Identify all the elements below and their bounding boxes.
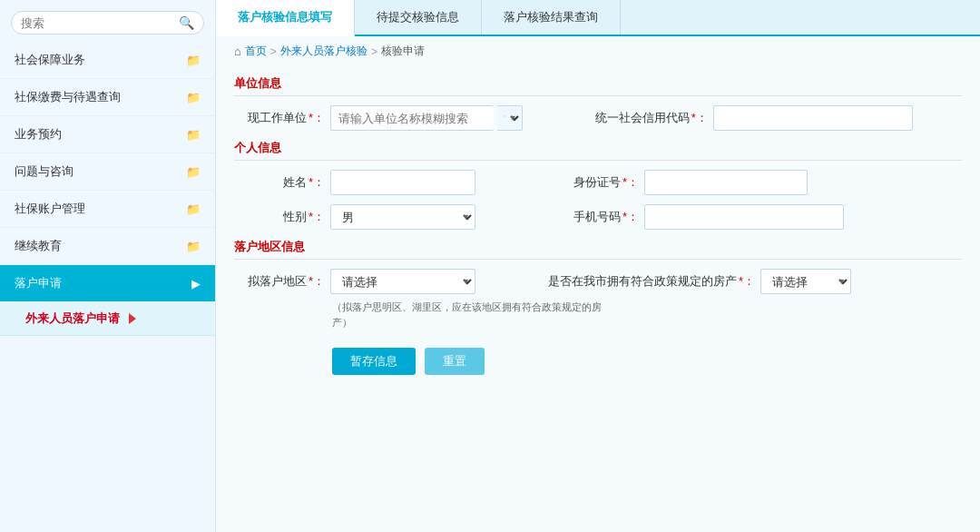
- sidebar-item-social-security[interactable]: 社会保障业务 📁: [0, 42, 215, 79]
- folder-icon: 📁: [186, 54, 201, 67]
- arrow-right-indicator: [129, 313, 136, 324]
- property-select[interactable]: 请选择 是 否: [760, 269, 851, 294]
- property-group: 是否在我市拥有符合政策规定的房产*： 请选择 是 否: [548, 269, 851, 294]
- property-label: 是否在我市拥有符合政策规定的房产*：: [548, 273, 755, 290]
- breadcrumb: ⌂ 首页 > 外来人员落户核验 > 核验申请: [216, 36, 980, 66]
- gender-select-wrapper: 男 女: [330, 204, 475, 230]
- sidebar-sub-menu: 外来人员落户申请: [0, 302, 215, 336]
- sidebar-item-label: 社会保障业务: [15, 52, 85, 68]
- sidebar-search-box[interactable]: 🔍: [11, 11, 204, 34]
- work-unit-group: 现工作单位*： ▼: [234, 105, 523, 131]
- household-region-row: 拟落户地区*： 请选择 思明区 湖里区 集美区 海沧区 同安区 翔安区: [234, 269, 962, 294]
- sidebar-item-social-insurance[interactable]: 社保缴费与待遇查询 📁: [0, 79, 215, 116]
- phone-input[interactable]: [644, 204, 844, 230]
- reset-button[interactable]: 重置: [425, 348, 485, 375]
- search-input[interactable]: [21, 16, 179, 30]
- social-credit-label: 统一社会信用代码*：: [595, 110, 708, 126]
- button-row: 暂存信息 重置: [332, 348, 962, 375]
- section-household-region: 落户地区信息: [234, 239, 962, 260]
- gender-phone-row: 性别*： 男 女 手机号码*：: [234, 204, 962, 230]
- sidebar-item-label: 社保缴费与待遇查询: [15, 89, 121, 105]
- household-region-select-wrapper: 请选择 思明区 湖里区 集美区 海沧区 同安区 翔安区: [330, 269, 475, 294]
- hint-text: （拟落户思明区、湖里区，应在该地区拥有符合政策规定的房产）: [332, 300, 604, 330]
- tab-query-result[interactable]: 落户核验结果查询: [482, 0, 621, 34]
- household-region-select[interactable]: 请选择 思明区 湖里区 集美区 海沧区 同安区 翔安区: [330, 269, 475, 294]
- sidebar-item-questions[interactable]: 问题与咨询 📁: [0, 153, 215, 191]
- save-button[interactable]: 暂存信息: [332, 348, 416, 375]
- phone-group: 手机号码*：: [548, 204, 844, 230]
- folder-icon: 📁: [186, 128, 201, 142]
- name-input[interactable]: 吴龙波: [330, 170, 475, 195]
- idcard-input[interactable]: 350521199508208014: [644, 170, 808, 195]
- social-credit-group: 统一社会信用代码*：: [595, 105, 913, 131]
- work-unit-search-wrapper: ▼: [330, 105, 523, 131]
- folder-icon: 📁: [186, 91, 201, 104]
- name-group: 姓名*： 吴龙波: [234, 170, 475, 195]
- sidebar-item-business-appointment[interactable]: 业务预约 📁: [0, 116, 215, 153]
- breadcrumb-home[interactable]: 首页: [245, 44, 267, 59]
- name-idcard-row: 姓名*： 吴龙波 身份证号*： 350521199508208014: [234, 170, 962, 195]
- property-select-wrapper: 请选择 是 否: [760, 269, 851, 294]
- gender-label: 性别*：: [234, 209, 325, 225]
- breadcrumb-sep2: >: [371, 45, 377, 58]
- sidebar-item-label: 继续教育: [15, 238, 62, 254]
- section-personal-info: 个人信息: [234, 140, 962, 161]
- household-region-group: 拟落户地区*： 请选择 思明区 湖里区 集美区 海沧区 同安区 翔安区: [234, 269, 475, 294]
- main-content: 落户核验信息填写 待提交核验信息 落户核验结果查询 ⌂ 首页 > 外来人员落户核…: [216, 0, 980, 532]
- phone-label: 手机号码*：: [548, 209, 639, 225]
- folder-icon: 📁: [186, 240, 201, 253]
- folder-icon: 📁: [186, 202, 201, 216]
- sidebar-sub-item-foreign-household[interactable]: 外来人员落户申请: [0, 302, 215, 336]
- work-unit-dropdown[interactable]: ▼: [497, 105, 523, 131]
- household-region-label: 拟落户地区*：: [234, 273, 325, 290]
- tab-pending[interactable]: 待提交核验信息: [355, 0, 482, 34]
- sidebar-item-continuing-education[interactable]: 继续教育 📁: [0, 228, 215, 265]
- sidebar-item-label: 落户申请: [15, 275, 62, 291]
- unit-info-row: 现工作单位*： ▼ 统一社会信用代码*：: [234, 105, 962, 131]
- sidebar-item-account-management[interactable]: 社保账户管理 📁: [0, 191, 215, 228]
- home-icon: ⌂: [234, 44, 241, 58]
- sidebar-nav: 社会保障业务 📁 社保缴费与待遇查询 📁 业务预约 📁 问题与咨询 📁 社保账户…: [0, 42, 215, 532]
- gender-group: 性别*： 男 女: [234, 204, 475, 230]
- tab-fill-info[interactable]: 落户核验信息填写: [216, 0, 355, 36]
- idcard-group: 身份证号*： 350521199508208014: [548, 170, 808, 195]
- sidebar-item-label: 业务预约: [15, 126, 62, 143]
- sidebar: 🔍 社会保障业务 📁 社保缴费与待遇查询 📁 业务预约 📁 问题与咨询 📁 社保…: [0, 0, 216, 532]
- search-icon: 🔍: [179, 15, 194, 30]
- sidebar-item-label: 社保账户管理: [15, 201, 85, 217]
- breadcrumb-level2: 核验申请: [381, 44, 425, 59]
- work-unit-input[interactable]: [330, 105, 494, 131]
- top-tabs: 落户核验信息填写 待提交核验信息 落户核验结果查询: [216, 0, 980, 36]
- sidebar-item-household-application[interactable]: 落户申请 ▶: [0, 265, 215, 302]
- folder-icon-active: ▶: [191, 277, 201, 291]
- idcard-label: 身份证号*：: [548, 174, 639, 191]
- gender-select[interactable]: 男 女: [330, 204, 475, 230]
- form-area: 单位信息 现工作单位*： ▼ 统一社会信用代码*：: [216, 66, 980, 532]
- section-unit-info: 单位信息: [234, 75, 962, 96]
- sidebar-item-label: 问题与咨询: [15, 163, 74, 180]
- breadcrumb-sep1: >: [270, 45, 277, 58]
- social-credit-input[interactable]: [713, 105, 913, 131]
- sidebar-sub-item-label: 外来人员落户申请: [25, 310, 120, 327]
- breadcrumb-level1[interactable]: 外来人员落户核验: [280, 44, 368, 59]
- folder-icon: 📁: [186, 165, 201, 179]
- name-label: 姓名*：: [234, 174, 325, 191]
- work-unit-label: 现工作单位*：: [234, 110, 325, 126]
